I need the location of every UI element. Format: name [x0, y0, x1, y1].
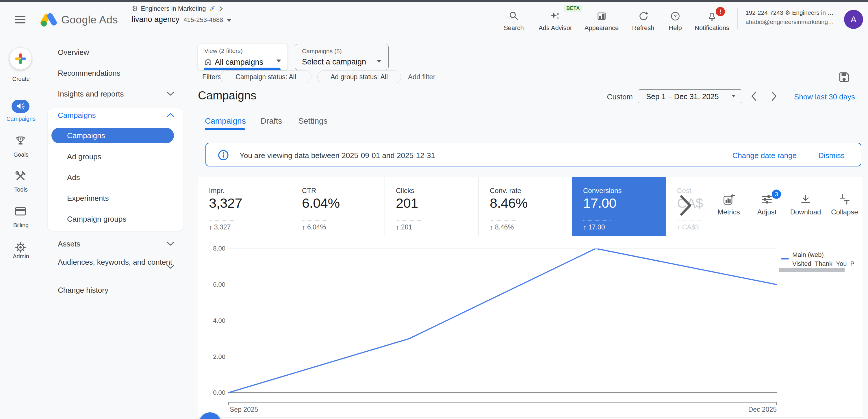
ytick-6: 6.00 — [199, 281, 225, 289]
ads-advisor-button[interactable]: Ads Advisor BETA — [534, 11, 577, 32]
nav-item-change-history[interactable]: Change history — [58, 286, 108, 295]
conversions-line-chart[interactable] — [228, 248, 777, 393]
campaign-dropdown-caret-icon — [377, 60, 381, 63]
breadcrumb-account-name: Engineers in Marketing — [141, 5, 206, 12]
rail-item-billing[interactable] — [15, 206, 26, 216]
window-top-strip — [0, 0, 868, 2]
rail-item-goals-label: Goals — [0, 151, 42, 158]
dismiss-link[interactable]: Dismiss — [818, 151, 845, 160]
campaign-select-dropdown[interactable]: Campaigns (5) Select a campaign — [295, 44, 389, 70]
view-dropdown-caret-icon — [277, 60, 281, 62]
adjust-count-badge: 3 — [772, 189, 781, 199]
ytick-0: 0.00 — [199, 389, 225, 396]
view-dropdown[interactable]: View (2 filters) All campaigns — [198, 44, 287, 70]
nav-item-campaigns-selected[interactable]: Campaigns — [52, 128, 174, 143]
avatar[interactable]: A — [844, 10, 863, 29]
view-dropdown-active-underline — [204, 68, 281, 70]
client-id: 415-253-4688 — [184, 16, 223, 24]
refresh-icon — [638, 11, 648, 21]
rail-item-admin-label: Admin — [0, 253, 42, 260]
scorecards-next-chevron-icon[interactable] — [680, 194, 692, 217]
date-prev-chevron-icon[interactable] — [750, 90, 757, 102]
date-range-dropdown[interactable]: Sep 1 – Dec 31, 2025 — [638, 89, 742, 103]
collapse-button[interactable]: Collapse — [823, 193, 866, 216]
credit-card-icon — [15, 206, 26, 216]
assets-chevron-down-icon[interactable] — [166, 241, 175, 246]
gear-icon — [15, 242, 26, 253]
nav-item-campaign-groups[interactable]: Campaign groups — [67, 215, 126, 224]
date-dropdown-caret-icon — [732, 95, 736, 97]
show-last-30-days-link[interactable]: Show last 30 days — [794, 92, 855, 101]
tab-settings[interactable]: Settings — [293, 116, 333, 126]
appearance-button[interactable]: Appearance — [580, 11, 623, 32]
insights-chevron-down-icon[interactable] — [166, 91, 175, 96]
rail-item-billing-label: Billing — [0, 222, 42, 229]
nav-item-recommendations[interactable]: Recommendations — [58, 69, 121, 78]
account-info[interactable]: 192-224-7243 ⚙ Engineers in … ahabib@eng… — [745, 8, 834, 27]
rail-item-create-label: Create — [0, 76, 42, 82]
ytick-4: 4.00 — [199, 317, 225, 325]
tabs-divider — [191, 130, 863, 130]
filter-chip-campaign-status[interactable]: Campaign status: All — [220, 70, 311, 83]
scorecard-conv-rate[interactable]: Conv. rate 8.46% ↑ 8.46% — [479, 177, 572, 236]
download-button[interactable]: Download — [784, 193, 827, 216]
save-icon[interactable] — [837, 70, 850, 83]
scorecard-conversions-selected[interactable]: Conversions 17.00 ↑ 17.00 — [572, 177, 666, 236]
banner-message: You are viewing data between 2025-09-01 … — [240, 151, 435, 160]
appearance-icon — [596, 11, 607, 21]
page-title: Campaigns — [198, 89, 256, 102]
campaigns-nav-group — [48, 108, 184, 231]
nav-item-ad-groups[interactable]: Ad groups — [67, 152, 101, 161]
rail-item-goals[interactable] — [15, 135, 26, 147]
ytick-2: 2.00 — [199, 353, 225, 361]
scorecard-ctr[interactable]: CTR 6.04% ↑ 6.04% — [291, 177, 385, 236]
nav-item-assets[interactable]: Assets — [58, 240, 80, 248]
beta-badge: BETA — [564, 5, 582, 12]
nav-item-audiences-keywords-content[interactable]: Audiences, keywords, and content — [58, 257, 182, 267]
filter-chip-ad-group-status[interactable]: Ad group status: All — [317, 70, 401, 83]
notification-count-badge: ! — [716, 7, 725, 16]
search-button[interactable]: Search — [492, 11, 535, 32]
home-icon — [204, 57, 212, 66]
collapse-icon — [838, 193, 851, 206]
nav-item-ads[interactable]: Ads — [67, 173, 80, 182]
rail-item-admin[interactable] — [15, 242, 26, 253]
account-id-line: 192-224-7243 ⚙ Engineers in … — [745, 8, 834, 17]
account-caret-icon[interactable] — [227, 19, 231, 22]
adjust-button[interactable]: Adjust 3 — [745, 193, 788, 216]
create-button[interactable] — [9, 48, 31, 70]
scorecard-impressions[interactable]: Impr. 3,327 ↑ 3,327 — [198, 177, 291, 236]
scorecard-clicks[interactable]: Clicks 201 ↑ 201 — [385, 177, 479, 236]
nav-group-campaigns-label[interactable]: Campaigns — [58, 111, 96, 120]
date-mode-label: Custom — [595, 92, 633, 101]
tab-campaigns[interactable]: Campaigns — [205, 116, 245, 126]
tab-drafts[interactable]: Drafts — [252, 116, 291, 126]
change-date-range-link[interactable]: Change date range — [732, 151, 797, 160]
x-axis-left-tick — [228, 402, 229, 405]
chart-bottom-divider — [198, 417, 863, 418]
legend-marker — [781, 258, 789, 260]
x-axis-line — [228, 402, 777, 402]
create-plus-icon — [14, 52, 27, 65]
nav-item-overview[interactable]: Overview — [58, 48, 89, 57]
notifications-button[interactable]: Notifications ! — [690, 11, 734, 32]
audiences-chevron-down-icon[interactable] — [166, 264, 175, 270]
tools-icon — [15, 171, 26, 182]
x-axis-right-tick — [776, 402, 777, 405]
menu-hamburger-icon[interactable] — [15, 14, 25, 25]
campaigns-chevron-up-icon[interactable] — [166, 112, 175, 118]
add-filter-button[interactable]: Add filter — [408, 73, 435, 81]
rail-item-campaigns[interactable] — [11, 100, 29, 113]
breadcrumb[interactable]: ⚙ Engineers in Marketing livano agency 4… — [132, 5, 231, 24]
rail-item-tools[interactable] — [15, 171, 26, 182]
filters-label: Filters — [202, 73, 221, 81]
legend-scrollbar[interactable] — [779, 268, 845, 272]
date-next-chevron-icon[interactable] — [770, 90, 778, 102]
nav-item-insights-reports[interactable]: Insights and reports — [58, 90, 124, 98]
header-divider — [737, 8, 738, 29]
megaphone-icon — [16, 102, 25, 111]
legend-entry[interactable]: Main (web) Visited_Thank_You_P — [792, 250, 868, 268]
rail-item-tools-label: Tools — [0, 186, 42, 193]
nav-item-experiments[interactable]: Experiments — [67, 194, 109, 203]
metrics-button[interactable]: Metrics — [707, 193, 750, 216]
